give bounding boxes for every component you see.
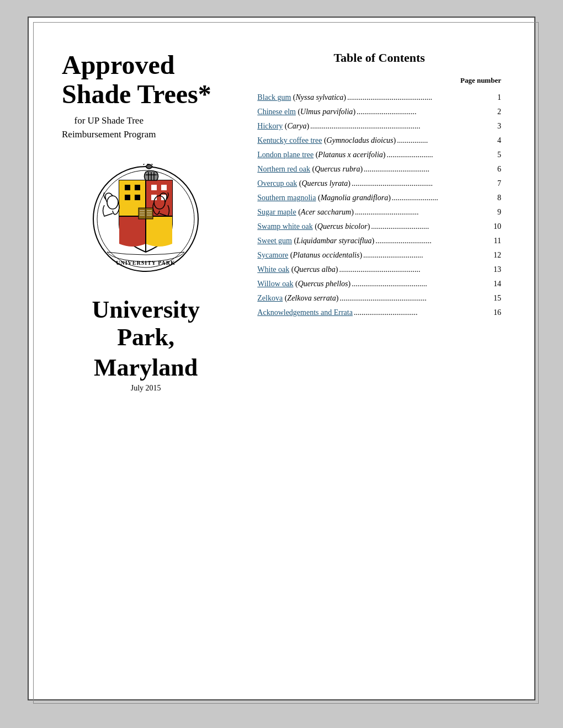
svg-point-12 — [107, 196, 118, 209]
subtitle-line1: for UP Shade Tree — [75, 115, 144, 126]
toc-page-number: 6 — [497, 163, 501, 175]
toc-page-number: 1 — [497, 92, 501, 103]
toc-italic: Nyssa sylvatica — [296, 92, 344, 103]
city-title-line1: University Park, — [62, 296, 230, 352]
toc-dots: ....................................... — [352, 278, 492, 290]
toc-entry: Sugar maple (Acer saccharum)............… — [257, 206, 501, 218]
left-column: Approved Shade Trees* for UP Shade Tree … — [62, 51, 246, 393]
toc-page-number: 12 — [493, 249, 501, 261]
toc-page-number: 9 — [497, 206, 501, 218]
toc-paren-close: ) — [372, 235, 375, 247]
toc-paren-open: ( — [322, 135, 326, 146]
toc-entry: Acknowledgements and Errata.............… — [257, 307, 501, 318]
toc-italic: Acer saccharum — [301, 206, 351, 218]
toc-link[interactable]: Acknowledgements and Errata — [257, 307, 353, 318]
toc-link[interactable]: Zelkova — [257, 292, 283, 304]
toc-paren-close: ) — [394, 135, 396, 146]
toc-paren-close: ) — [348, 278, 351, 290]
toc-paren-close: ) — [336, 264, 338, 275]
toc-paren-open: ( — [316, 192, 320, 204]
toc-paren-open: ( — [283, 292, 287, 304]
toc-italic: Liquidambar styraciflua — [296, 235, 372, 247]
toc-entry: White oak (Quercus alba)................… — [257, 264, 501, 275]
toc-paren-open: ( — [292, 235, 296, 247]
toc-page-number: 7 — [497, 178, 501, 189]
right-column: Table of Contents Page number Black gum … — [246, 51, 501, 393]
toc-link[interactable]: Hickory — [257, 120, 283, 132]
toc-italic: Ulmus parvifolia — [300, 106, 353, 117]
toc-page-number: 14 — [493, 278, 501, 290]
toc-link[interactable]: Overcup oak — [257, 178, 297, 189]
toc-link[interactable]: Sugar maple — [257, 206, 296, 218]
toc-italic: Quercus bicolor — [317, 221, 368, 232]
toc-page-number: 2 — [497, 106, 501, 117]
toc-entry: Black gum (Nyssa sylvatica).............… — [257, 92, 501, 103]
subtitle: for UP Shade Tree Reimbursement Program — [62, 114, 156, 142]
svg-rect-5 — [135, 185, 140, 190]
toc-page-number: 5 — [497, 149, 501, 160]
toc-italic: Quercus rubra — [315, 163, 360, 175]
toc-entry: Overcup oak (Quercus lyrata)............… — [257, 178, 501, 189]
city-title-line2: Maryland — [62, 354, 230, 382]
toc-link[interactable]: Sweet gum — [257, 235, 292, 247]
toc-entry: Sycamore (Platanus occidentalis)........… — [257, 249, 501, 261]
document-page: Approved Shade Trees* for UP Shade Tree … — [28, 17, 535, 700]
toc-page-number: 3 — [497, 120, 501, 132]
toc-link[interactable]: Southern magnolia — [257, 192, 316, 204]
toc-italic: Quercus phellos — [298, 278, 348, 290]
toc-page-number: 4 — [497, 135, 501, 146]
toc-dots: ............................... — [357, 106, 496, 117]
date: July 2015 — [62, 384, 230, 393]
subtitle-line2: Reimbursement Program — [62, 129, 156, 140]
toc-title: Table of Contents — [257, 51, 501, 65]
toc-paren-open: ( — [310, 163, 315, 175]
toc-paren-open: ( — [297, 178, 301, 189]
toc-entry: Sweet gum (Liquidambar styraciflua).....… — [257, 235, 501, 247]
toc-italic: Magnolia grandiflora — [321, 192, 389, 204]
toc-dots: ................ — [397, 135, 496, 146]
toc-dots: ........................................… — [347, 92, 496, 103]
toc-dots: ........................................… — [339, 264, 492, 275]
toc-page-number: 15 — [493, 292, 501, 304]
toc-entry: Hickory (Carya).........................… — [257, 120, 501, 132]
toc-paren-close: ) — [343, 92, 346, 103]
toc-dots: .................................. — [364, 163, 496, 175]
toc-page-number: 16 — [493, 307, 501, 318]
university-park-seal: UNIVERSITY PARK — [91, 164, 201, 274]
toc-link[interactable]: Swamp white oak — [257, 221, 312, 232]
toc-link[interactable]: Black gum — [257, 92, 291, 103]
toc-italic: Platanus x acerifolia — [318, 149, 383, 160]
toc-link[interactable]: Willow oak — [257, 278, 293, 290]
toc-paren-open: ( — [283, 120, 287, 132]
toc-paren-close: ) — [388, 192, 391, 204]
main-title: Approved Shade Trees* — [62, 51, 230, 109]
svg-rect-7 — [135, 195, 140, 200]
toc-link[interactable]: Kentucky coffee tree — [257, 135, 322, 146]
toc-link[interactable]: Sycamore — [257, 249, 288, 261]
svg-rect-9 — [161, 185, 167, 190]
svg-rect-4 — [125, 185, 130, 190]
toc-entry: Southern magnolia (Magnolia grandiflora)… — [257, 192, 501, 204]
toc-link[interactable]: White oak — [257, 264, 289, 275]
toc-italic: Zelkova serrata — [287, 292, 336, 304]
toc-link[interactable]: Northern red oak — [257, 163, 310, 175]
toc-entry: Chinese elm (Ulmus parvifolia)..........… — [257, 106, 501, 117]
page-content: Approved Shade Trees* for UP Shade Tree … — [62, 51, 501, 393]
toc-page-number: 10 — [493, 221, 501, 232]
toc-italic: Quercus lyrata — [301, 178, 348, 189]
toc-paren-open: ( — [296, 106, 300, 117]
toc-link[interactable]: Chinese elm — [257, 106, 296, 117]
toc-italic: Platanus occidentalis — [293, 249, 359, 261]
toc-paren-close: ) — [359, 249, 362, 261]
toc-entry: London plane tree (Platanus x acerifolia… — [257, 149, 501, 160]
toc-paren-open: ( — [296, 206, 301, 218]
page-number-label: Page number — [257, 76, 501, 85]
toc-entry: Zelkova (Zelkova serrata)...............… — [257, 292, 501, 304]
toc-entry: Kentucky coffee tree (Gymnocladus dioicu… — [257, 135, 501, 146]
toc-italic: Carya — [287, 120, 306, 132]
toc-page-number: 13 — [493, 264, 501, 275]
toc-dots: ............................. — [375, 235, 492, 247]
toc-entry: Northern red oak (Quercus rubra)........… — [257, 163, 501, 175]
toc-paren-close: ) — [368, 221, 370, 232]
toc-link[interactable]: London plane tree — [257, 149, 314, 160]
